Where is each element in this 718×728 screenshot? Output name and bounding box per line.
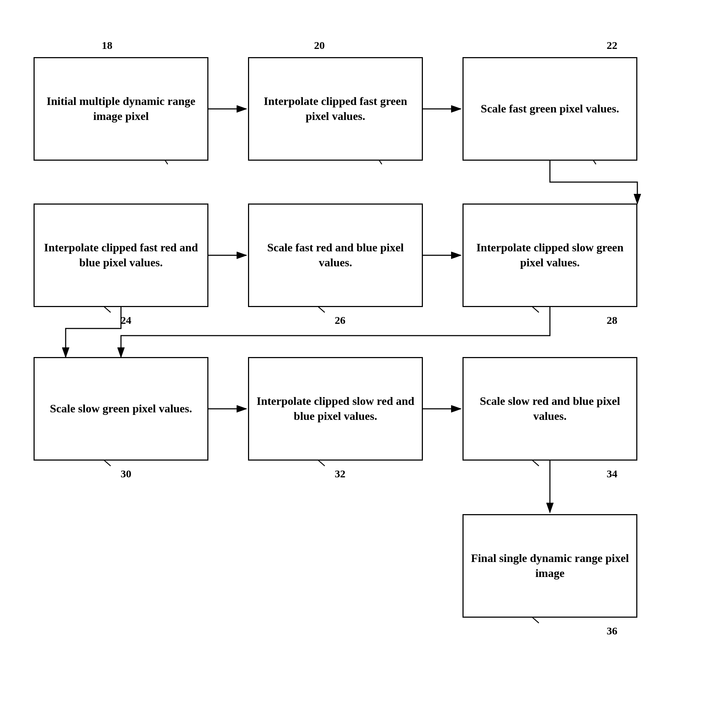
box-34-label: Scale slow red and blue pixel values.: [467, 394, 633, 424]
box-20: Interpolate clipped fast green pixel val…: [248, 57, 423, 161]
box-36-label: Final single dynamic range pixel image: [467, 551, 633, 581]
box-26: Scale fast red and blue pixel values.: [248, 203, 423, 307]
box-24-label: Interpolate clipped fast red and blue pi…: [38, 240, 204, 270]
box-20-label: Interpolate clipped fast green pixel val…: [253, 94, 418, 124]
ref-28: 28: [606, 314, 617, 326]
box-26-label: Scale fast red and blue pixel values.: [253, 240, 418, 270]
box-18-label: Initial multiple dynamic range image pix…: [38, 94, 204, 124]
box-22-label: Scale fast green pixel values.: [481, 101, 619, 116]
box-22: Scale fast green pixel values.: [463, 57, 637, 161]
ref-32: 32: [335, 468, 345, 480]
ref-26: 26: [335, 314, 345, 326]
box-28: Interpolate clipped slow green pixel val…: [463, 203, 637, 307]
box-32: Interpolate clipped slow red and blue pi…: [248, 357, 423, 460]
box-28-label: Interpolate clipped slow green pixel val…: [467, 240, 633, 270]
ref-24: 24: [121, 314, 131, 326]
box-30: Scale slow green pixel values.: [34, 357, 208, 460]
ref-20: 20: [314, 39, 325, 51]
flowchart-diagram: Initial multiple dynamic range image pix…: [0, 0, 718, 728]
ref-18: 18: [102, 39, 112, 51]
ref-34: 34: [606, 468, 617, 480]
ref-30: 30: [121, 468, 131, 480]
ref-22: 22: [606, 39, 617, 51]
ref-36: 36: [606, 625, 617, 637]
box-30-label: Scale slow green pixel values.: [50, 401, 192, 416]
box-32-label: Interpolate clipped slow red and blue pi…: [253, 394, 418, 424]
box-36: Final single dynamic range pixel image: [463, 514, 637, 618]
box-24: Interpolate clipped fast red and blue pi…: [34, 203, 208, 307]
box-34: Scale slow red and blue pixel values.: [463, 357, 637, 460]
box-18: Initial multiple dynamic range image pix…: [34, 57, 208, 161]
